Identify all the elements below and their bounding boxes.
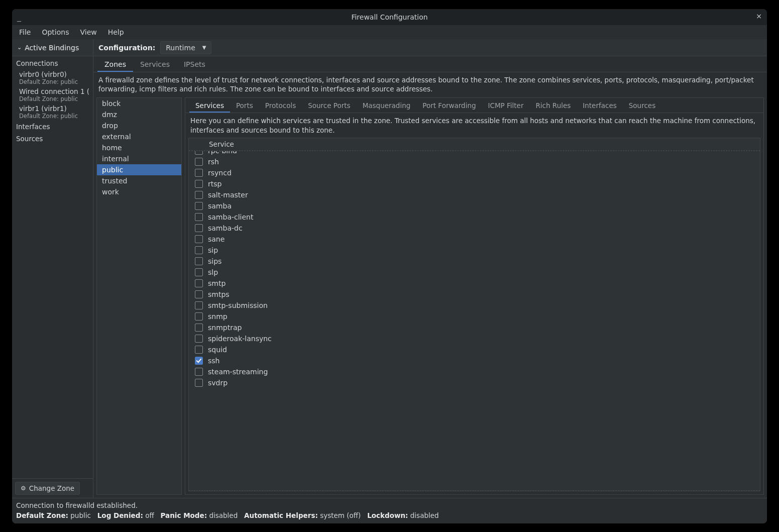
service-checkbox[interactable] [195, 301, 203, 309]
service-checkbox[interactable] [195, 158, 203, 166]
subtab-protocols[interactable]: Protocols [259, 98, 302, 113]
close-icon[interactable]: × [756, 12, 762, 20]
sidebar-section-sources[interactable]: Sources [12, 133, 93, 145]
service-checkbox[interactable] [195, 202, 203, 210]
service-checkbox[interactable] [195, 279, 203, 287]
service-row[interactable]: smtps [189, 289, 760, 300]
config-row: Configuration: Runtime ▼ [93, 39, 767, 56]
service-label: salt-master [208, 191, 248, 199]
subtab-ports[interactable]: Ports [230, 98, 259, 113]
service-checkbox[interactable] [195, 324, 203, 332]
connection-item[interactable]: Wired connection 1 ( [12, 86, 93, 95]
service-checkbox[interactable] [195, 191, 203, 199]
service-label: smtp [208, 279, 226, 287]
service-row[interactable]: svdrp [189, 377, 760, 388]
connection-subtext: Default Zone: public [12, 95, 93, 103]
sidebar: ⌄ Active Bindings Connections virbr0 (vi… [12, 39, 93, 498]
service-checkbox[interactable] [195, 180, 203, 188]
service-checkbox[interactable] [195, 312, 203, 321]
service-checkbox[interactable] [195, 268, 203, 276]
subtab-source-ports[interactable]: Source Ports [302, 98, 356, 113]
service-row[interactable]: squid [189, 344, 760, 355]
service-label: sane [208, 235, 225, 243]
service-row[interactable]: sane [189, 234, 760, 245]
dropdown-icon: ▼ [202, 45, 206, 50]
service-row[interactable]: rsyncd [189, 167, 760, 178]
service-checkbox[interactable] [195, 346, 203, 354]
service-row[interactable]: rsh [189, 156, 760, 167]
connection-item[interactable]: virbr0 (virbr0) [12, 69, 93, 78]
service-label: spideroak-lansync [208, 335, 272, 343]
minimize-icon[interactable]: _ [17, 12, 21, 22]
service-checkbox[interactable] [195, 379, 203, 387]
service-checkbox[interactable] [195, 235, 203, 243]
service-checkbox[interactable] [195, 257, 203, 265]
service-checkbox[interactable] [195, 335, 203, 343]
change-zone-button[interactable]: ⚙ Change Zone [15, 482, 80, 495]
service-label: rsh [208, 158, 219, 166]
service-label: samba-dc [208, 224, 243, 232]
menu-view[interactable]: View [75, 26, 101, 38]
service-row[interactable]: ssh [189, 355, 760, 366]
service-row[interactable]: smtp [189, 278, 760, 289]
zone-item-trusted[interactable]: trusted [97, 175, 181, 186]
sidebar-section-interfaces[interactable]: Interfaces [12, 121, 93, 133]
subtab-services[interactable]: Services [189, 98, 230, 113]
service-checkbox[interactable] [195, 151, 203, 155]
status-line-1: Connection to firewalld established. [16, 500, 763, 510]
tab-services[interactable]: Services [133, 57, 177, 72]
zone-item-internal[interactable]: internal [97, 153, 181, 164]
service-label: samba [208, 202, 232, 210]
zone-item-public[interactable]: public [97, 164, 181, 175]
zone-item-external[interactable]: external [97, 131, 181, 142]
tab-zones[interactable]: Zones [97, 57, 133, 72]
subtab-interfaces[interactable]: Interfaces [577, 98, 622, 113]
services-body[interactable]: rpc-bindrshrsyncdrtspsalt-mastersambasam… [189, 151, 760, 491]
chevron-down-icon: ⌄ [17, 44, 22, 51]
subtab-port-forwarding[interactable]: Port Forwarding [416, 98, 482, 113]
configuration-select[interactable]: Runtime ▼ [160, 41, 211, 54]
statusbar: Connection to firewalld established. Def… [12, 498, 767, 524]
connection-item[interactable]: virbr1 (virbr1) [12, 103, 93, 113]
change-zone-label: Change Zone [29, 484, 74, 492]
service-checkbox[interactable] [195, 169, 203, 177]
service-checkbox[interactable] [195, 368, 203, 376]
subtab-masquerading[interactable]: Masquerading [357, 98, 417, 113]
service-row[interactable]: snmptrap [189, 322, 760, 333]
zone-item-drop[interactable]: drop [97, 120, 181, 131]
zone-item-work[interactable]: work [97, 186, 181, 197]
service-row[interactable]: sips [189, 256, 760, 267]
menu-file[interactable]: File [14, 26, 36, 38]
zone-item-home[interactable]: home [97, 142, 181, 153]
service-row[interactable]: smtp-submission [189, 300, 760, 311]
service-row[interactable]: spideroak-lansync [189, 333, 760, 344]
zone-item-dmz[interactable]: dmz [97, 109, 181, 120]
service-label: snmp [208, 312, 228, 321]
service-row[interactable]: rtsp [189, 178, 760, 189]
subtab-rich-rules[interactable]: Rich Rules [529, 98, 577, 113]
zone-item-block[interactable]: block [97, 98, 181, 109]
service-row[interactable]: snmp [189, 311, 760, 322]
zone-description: A firewalld zone defines the level of tr… [93, 72, 767, 97]
sidebar-header[interactable]: ⌄ Active Bindings [12, 39, 93, 56]
service-row[interactable]: rpc-bind [189, 151, 760, 156]
service-row[interactable]: samba-client [189, 211, 760, 223]
main-column: Configuration: Runtime ▼ ZonesServicesIP… [93, 39, 767, 498]
service-row[interactable]: steam-streaming [189, 366, 760, 377]
service-checkbox[interactable] [195, 357, 203, 365]
service-row[interactable]: salt-master [189, 189, 760, 200]
service-row[interactable]: samba [189, 200, 760, 211]
service-row[interactable]: samba-dc [189, 223, 760, 234]
service-checkbox[interactable] [195, 224, 203, 232]
menu-help[interactable]: Help [103, 26, 129, 38]
subtab-sources[interactable]: Sources [623, 98, 661, 113]
service-checkbox[interactable] [195, 213, 203, 221]
subtab-icmp-filter[interactable]: ICMP Filter [482, 98, 530, 113]
service-row[interactable]: slp [189, 267, 760, 278]
tab-ipsets[interactable]: IPSets [177, 57, 212, 72]
service-checkbox[interactable] [195, 246, 203, 254]
service-row[interactable]: sip [189, 245, 760, 256]
menu-options[interactable]: Options [37, 26, 74, 38]
zone-list[interactable]: blockdmzdropexternalhomeinternalpublictr… [96, 97, 182, 494]
service-checkbox[interactable] [195, 290, 203, 298]
